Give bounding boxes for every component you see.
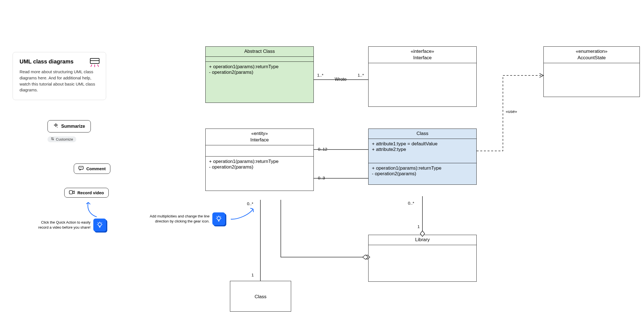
sparkle-icon: [53, 123, 58, 129]
svg-rect-13: [69, 191, 73, 194]
uml-interface-top[interactable]: «interface» Interface: [368, 46, 477, 107]
svg-line-21: [102, 222, 102, 223]
uml-enumeration[interactable]: «enumeration» AccountState: [543, 46, 640, 97]
svg-point-12: [82, 167, 82, 168]
uml-class-main[interactable]: Class + attribute1:type = defaultValue +…: [368, 129, 477, 185]
multiplicity-label: 0..*: [247, 201, 253, 206]
association-name: Wrote: [335, 77, 346, 82]
customize-chip[interactable]: Customize: [47, 136, 76, 142]
uml-entity-name: Interface: [250, 137, 269, 143]
svg-line-2: [91, 65, 92, 67]
svg-point-14: [98, 223, 101, 226]
info-card-title: UML class diagrams: [20, 58, 99, 65]
info-card: UML class diagrams Read more about struc…: [13, 52, 106, 100]
customize-label: Customize: [56, 137, 73, 141]
svg-line-28: [217, 216, 217, 217]
uml-class-bottom[interactable]: Class: [230, 281, 291, 312]
comment-label: Comment: [86, 166, 106, 171]
gear-tip-block: Add multiplicities and change the line d…: [142, 212, 225, 225]
sliders-icon: [51, 137, 54, 141]
summarize-button[interactable]: Summarize: [47, 120, 91, 132]
uml-operation: - operation2(params): [372, 171, 473, 177]
uml-operation: - operation2(params): [209, 164, 310, 170]
uml-stereotype: «interface»: [370, 48, 475, 55]
svg-point-8: [53, 139, 54, 140]
uml-interface-name: Interface: [413, 55, 432, 60]
record-label: Record video: [77, 190, 104, 195]
uml-stereotype: «entity»: [207, 131, 312, 137]
record-tip-block: Click the Quick Action to easily record …: [32, 219, 106, 231]
uml-stereotype: «enumeration»: [545, 48, 638, 55]
dependency-label: «use»: [506, 109, 517, 114]
uml-abstract-class-title: Abstract Class: [206, 47, 313, 57]
record-button[interactable]: Record video: [64, 188, 109, 198]
multiplicity-label: 0..3: [318, 176, 325, 180]
gear-tip-text: Add multiplicities and change the line d…: [142, 214, 210, 224]
uml-entity-interface[interactable]: «entity» Interface + operation1(params):…: [205, 129, 314, 191]
diagram-header-icon: [90, 58, 100, 68]
uml-class-title: Class: [369, 129, 476, 139]
uml-enumeration-name: AccountState: [578, 55, 606, 60]
summarize-label: Summarize: [61, 124, 85, 129]
uml-abstract-class[interactable]: Abstract Class + operation1(params):retu…: [205, 46, 314, 103]
multiplicity-label: 1: [251, 272, 254, 277]
uml-class-bottom-title: Class: [230, 281, 291, 312]
multiplicity-label: 1..*: [317, 73, 324, 77]
uml-library[interactable]: Library: [368, 235, 477, 282]
svg-line-29: [221, 216, 221, 217]
svg-line-20: [98, 222, 98, 223]
uml-operation: + operation1(params):returnType: [372, 165, 473, 171]
summarize-action-area: Summarize Customize: [44, 120, 113, 142]
uml-attribute: + attribute1:type = defaultValue: [372, 141, 473, 147]
comment-icon: [79, 166, 84, 171]
svg-point-10: [80, 167, 80, 168]
svg-marker-37: [363, 255, 368, 259]
multiplicity-label: 1..*: [358, 73, 364, 77]
multiplicity-label: 0..*: [408, 201, 414, 205]
uml-operation: + operation1(params):returnType: [209, 64, 310, 70]
uml-operation: - operation2(params): [209, 70, 310, 75]
record-tip-text: Click the Quick Action to easily record …: [32, 220, 91, 230]
hint-arrow-icon: [84, 201, 101, 220]
multiplicity-label: 0..12: [318, 147, 327, 151]
lightbulb-icon: [93, 219, 106, 231]
svg-point-11: [81, 167, 81, 168]
uml-library-title: Library: [369, 235, 476, 245]
lightbulb-icon: [212, 212, 225, 225]
svg-point-22: [217, 217, 220, 220]
video-icon: [69, 190, 75, 195]
svg-line-4: [98, 65, 99, 67]
comment-button[interactable]: Comment: [74, 163, 110, 174]
svg-point-6: [52, 138, 53, 139]
uml-operation: + operation1(params):returnType: [209, 159, 310, 164]
hint-arrow-icon: [229, 207, 257, 224]
multiplicity-label: 1: [417, 224, 420, 229]
uml-attribute: + attribute2:type: [372, 147, 473, 152]
info-card-body: Read more about structuring UML class di…: [20, 69, 99, 93]
